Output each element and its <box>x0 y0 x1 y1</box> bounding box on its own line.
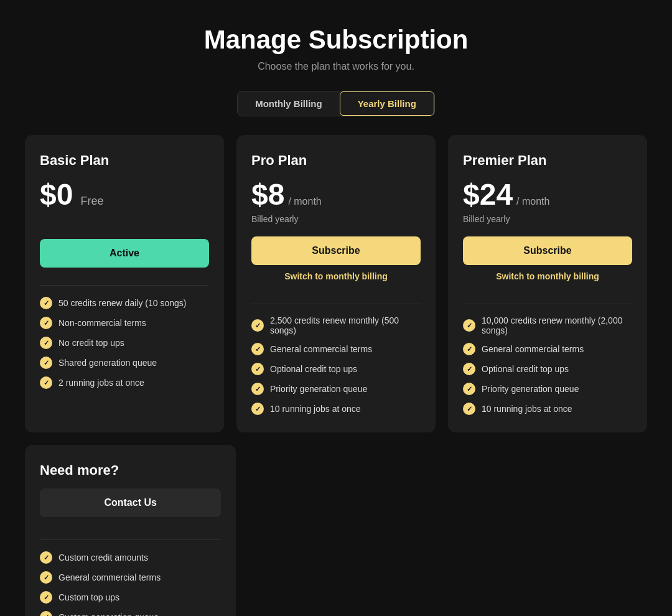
billing-toggle: Monthly Billing Yearly Billing <box>237 91 435 116</box>
check-icon: ✓ <box>463 343 475 355</box>
basic-feature-2: ✓ Non-commercial terms <box>40 317 209 329</box>
check-icon: ✓ <box>40 376 52 389</box>
monthly-billing-tab[interactable]: Monthly Billing <box>238 91 339 116</box>
pro-plan-name: Pro Plan <box>251 152 421 169</box>
basic-plan-features: ✓ 50 credits renew daily (10 songs) ✓ No… <box>40 297 209 389</box>
pro-feature-1: ✓ 2,500 credits renew monthly (500 songs… <box>251 315 421 335</box>
pro-feature-2: ✓ General commercial terms <box>251 343 421 355</box>
page-title: Manage Subscription <box>204 25 469 55</box>
pro-plan-divider <box>251 304 421 304</box>
check-icon: ✓ <box>40 297 52 309</box>
enterprise-divider <box>40 539 221 540</box>
basic-plan-price-row: $0 Free <box>40 177 209 212</box>
pro-plan-billed: Billed yearly <box>251 214 421 224</box>
basic-plan-active-button[interactable]: Active <box>40 239 209 268</box>
check-icon: ✓ <box>463 403 475 415</box>
check-icon: ✓ <box>40 611 52 616</box>
check-icon: ✓ <box>40 337 52 349</box>
premier-plan-card: Premier Plan $24 / month Billed yearly S… <box>448 135 647 432</box>
basic-feature-1: ✓ 50 credits renew daily (10 songs) <box>40 297 209 309</box>
premier-plan-features: ✓ 10,000 credits renew monthly (2,000 so… <box>463 315 632 415</box>
pro-plan-subscribe-button[interactable]: Subscribe <box>251 236 421 265</box>
pro-plan-price-row: $8 / month <box>251 177 421 212</box>
pro-plan-card: Pro Plan $8 / month Billed yearly Subscr… <box>236 135 436 432</box>
basic-plan-card: Basic Plan $0 Free Active ✓ 50 credits r… <box>25 135 224 432</box>
basic-plan-divider <box>40 285 209 286</box>
basic-plan-price: $0 <box>40 177 73 212</box>
yearly-billing-tab[interactable]: Yearly Billing <box>340 91 434 116</box>
enterprise-feature-1: ✓ Custom credit amounts <box>40 551 221 564</box>
enterprise-feature-3: ✓ Custom top ups <box>40 591 221 604</box>
pro-plan-switch-button[interactable]: Switch to monthly billing <box>251 271 421 281</box>
basic-feature-4: ✓ Shared generation queue <box>40 357 209 369</box>
check-icon: ✓ <box>463 383 475 395</box>
pro-feature-3: ✓ Optional credit top ups <box>251 363 421 375</box>
check-icon: ✓ <box>40 571 52 584</box>
basic-plan-name: Basic Plan <box>40 152 209 169</box>
basic-feature-3: ✓ No credit top ups <box>40 337 209 349</box>
enterprise-feature-4: ✓ Custom generation queue <box>40 611 221 616</box>
basic-plan-billed <box>40 214 209 226</box>
page-subtitle: Choose the plan that works for you. <box>258 61 414 72</box>
enterprise-card: Need more? Contact Us ✓ Custom credit am… <box>25 445 236 616</box>
premier-plan-period: / month <box>516 196 549 207</box>
basic-plan-free: Free <box>80 195 103 208</box>
check-icon: ✓ <box>251 319 264 332</box>
enterprise-features: ✓ Custom credit amounts ✓ General commer… <box>40 551 221 616</box>
check-icon: ✓ <box>40 317 52 329</box>
premier-feature-5: ✓ 10 running jobs at once <box>463 403 632 415</box>
check-icon: ✓ <box>40 551 52 564</box>
premier-feature-4: ✓ Priority generation queue <box>463 383 632 395</box>
check-icon: ✓ <box>463 319 475 332</box>
premier-plan-price: $24 <box>463 177 513 212</box>
check-icon: ✓ <box>40 591 52 604</box>
pro-plan-features: ✓ 2,500 credits renew monthly (500 songs… <box>251 315 421 415</box>
check-icon: ✓ <box>251 343 264 355</box>
enterprise-title: Need more? <box>40 462 221 478</box>
basic-feature-5: ✓ 2 running jobs at once <box>40 376 209 389</box>
premier-feature-3: ✓ Optional credit top ups <box>463 363 632 375</box>
premier-plan-price-row: $24 / month <box>463 177 632 212</box>
check-icon: ✓ <box>251 383 264 395</box>
plans-row: Basic Plan $0 Free Active ✓ 50 credits r… <box>25 135 647 432</box>
check-icon: ✓ <box>40 357 52 369</box>
premier-plan-name: Premier Plan <box>463 152 632 169</box>
contact-us-button[interactable]: Contact Us <box>40 488 221 517</box>
pro-plan-price: $8 <box>251 177 284 212</box>
check-icon: ✓ <box>251 403 264 415</box>
bottom-row: Need more? Contact Us ✓ Custom credit am… <box>25 445 647 616</box>
enterprise-feature-2: ✓ General commercial terms <box>40 571 221 584</box>
check-icon: ✓ <box>251 363 264 375</box>
premier-plan-billed: Billed yearly <box>463 214 632 224</box>
premier-plan-subscribe-button[interactable]: Subscribe <box>463 236 632 265</box>
pro-plan-period: / month <box>288 196 321 207</box>
premier-feature-2: ✓ General commercial terms <box>463 343 632 355</box>
premier-plan-divider <box>463 304 632 304</box>
premier-feature-1: ✓ 10,000 credits renew monthly (2,000 so… <box>463 315 632 335</box>
premier-plan-switch-button[interactable]: Switch to monthly billing <box>463 271 632 281</box>
pro-feature-4: ✓ Priority generation queue <box>251 383 421 395</box>
check-icon: ✓ <box>463 363 475 375</box>
pro-feature-5: ✓ 10 running jobs at once <box>251 403 421 415</box>
